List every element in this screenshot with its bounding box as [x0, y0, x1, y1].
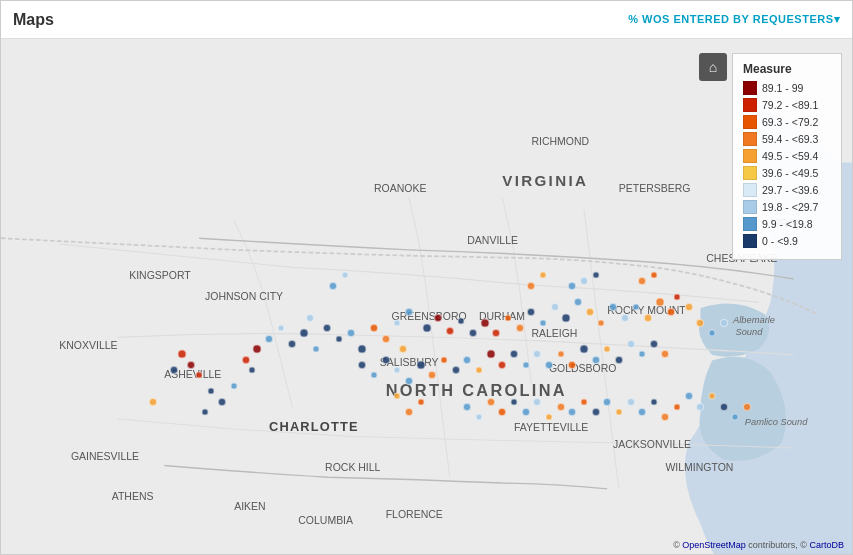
map-dot[interactable]	[341, 272, 348, 279]
map-dot[interactable]	[202, 409, 209, 416]
map-dot[interactable]	[469, 329, 477, 337]
map-dot[interactable]	[405, 308, 413, 316]
map-dot[interactable]	[399, 345, 407, 353]
map-dot[interactable]	[253, 345, 262, 354]
map-dot[interactable]	[446, 327, 454, 335]
map-dot[interactable]	[533, 398, 541, 406]
map-dot[interactable]	[627, 398, 635, 406]
map-dot[interactable]	[382, 356, 390, 364]
filter-button[interactable]: % WOS ENTERED BY REQUESTERS▾	[628, 13, 840, 26]
map-dot[interactable]	[650, 340, 658, 348]
map-dot[interactable]	[592, 272, 599, 279]
map-dot[interactable]	[592, 408, 600, 416]
map-dot[interactable]	[627, 340, 635, 348]
map-dot[interactable]	[300, 329, 309, 338]
map-dot[interactable]	[492, 329, 500, 337]
map-dot[interactable]	[720, 403, 728, 411]
map-dot[interactable]	[394, 367, 401, 374]
map-dot[interactable]	[545, 414, 552, 421]
map-dot[interactable]	[562, 313, 571, 322]
map-dot[interactable]	[370, 324, 378, 332]
map-dot[interactable]	[458, 317, 465, 324]
map-dot[interactable]	[557, 351, 564, 358]
map-dot[interactable]	[505, 314, 512, 321]
map-dot[interactable]	[486, 350, 495, 359]
map-dot[interactable]	[329, 282, 337, 290]
map-dot[interactable]	[422, 324, 431, 333]
map-dot[interactable]	[312, 346, 319, 353]
map-dot[interactable]	[638, 277, 646, 285]
map-dot[interactable]	[405, 377, 413, 385]
map-dot[interactable]	[609, 303, 617, 311]
map-dot[interactable]	[371, 372, 378, 379]
map-dot[interactable]	[394, 393, 401, 400]
map-dot[interactable]	[655, 297, 664, 306]
map-dot[interactable]	[510, 398, 517, 405]
map-dot[interactable]	[522, 361, 529, 368]
map-dot[interactable]	[732, 414, 739, 421]
map-dot[interactable]	[720, 319, 728, 327]
map-dot[interactable]	[551, 303, 559, 311]
map-dot[interactable]	[696, 403, 704, 411]
map-dot[interactable]	[382, 335, 390, 343]
map-dot[interactable]	[475, 367, 482, 374]
map-dot[interactable]	[696, 319, 704, 327]
map-dot[interactable]	[417, 398, 424, 405]
map-dot[interactable]	[568, 361, 576, 369]
map-dot[interactable]	[650, 272, 657, 279]
map-dot[interactable]	[557, 403, 565, 411]
map-dot[interactable]	[405, 408, 413, 416]
map-dot[interactable]	[218, 398, 226, 406]
map-dot[interactable]	[277, 325, 284, 332]
map-dot[interactable]	[306, 314, 314, 322]
map-dot[interactable]	[248, 367, 255, 374]
map-dot[interactable]	[394, 319, 401, 326]
map-dot[interactable]	[540, 272, 547, 279]
map-dot[interactable]	[603, 398, 611, 406]
map-dot[interactable]	[428, 371, 436, 379]
map-dot[interactable]	[574, 298, 582, 306]
map-dot[interactable]	[533, 350, 541, 358]
map-dot[interactable]	[498, 361, 506, 369]
map-dot[interactable]	[592, 356, 600, 364]
map-dot[interactable]	[580, 277, 588, 285]
map-dot[interactable]	[586, 308, 594, 316]
map-dot[interactable]	[265, 335, 273, 343]
map-dot[interactable]	[288, 340, 296, 348]
map-dot[interactable]	[661, 350, 669, 358]
map-dot[interactable]	[685, 303, 693, 311]
map-dot[interactable]	[709, 393, 716, 400]
map-dot[interactable]	[177, 350, 186, 359]
map-dot[interactable]	[527, 282, 535, 290]
map-dot[interactable]	[336, 335, 343, 342]
map-dot[interactable]	[615, 409, 622, 416]
map-dot[interactable]	[661, 413, 669, 421]
map-dot[interactable]	[522, 408, 530, 416]
map-dot[interactable]	[568, 282, 576, 290]
map-dot[interactable]	[527, 308, 535, 316]
map-dot[interactable]	[440, 356, 447, 363]
map-dot[interactable]	[580, 398, 587, 405]
map-dot[interactable]	[568, 408, 576, 416]
map-dot[interactable]	[743, 403, 751, 411]
map-dot[interactable]	[674, 293, 681, 300]
map-dot[interactable]	[196, 372, 203, 379]
map-dot[interactable]	[358, 361, 366, 369]
map-dot[interactable]	[621, 314, 629, 322]
map-dot[interactable]	[323, 324, 331, 332]
map-dot[interactable]	[579, 345, 588, 354]
map-dot[interactable]	[475, 414, 482, 421]
map-dot[interactable]	[685, 392, 693, 400]
map-dot[interactable]	[709, 330, 716, 337]
map-dot[interactable]	[639, 351, 646, 358]
map-dot[interactable]	[231, 382, 238, 389]
map-dot[interactable]	[604, 346, 611, 353]
map-dot[interactable]	[187, 361, 195, 369]
map-dot[interactable]	[498, 408, 506, 416]
map-dot[interactable]	[416, 360, 425, 369]
map-dot[interactable]	[347, 329, 355, 337]
map-dot[interactable]	[480, 318, 489, 327]
map-dot[interactable]	[638, 408, 646, 416]
map-dot[interactable]	[149, 398, 157, 406]
map-dot[interactable]	[170, 366, 178, 374]
